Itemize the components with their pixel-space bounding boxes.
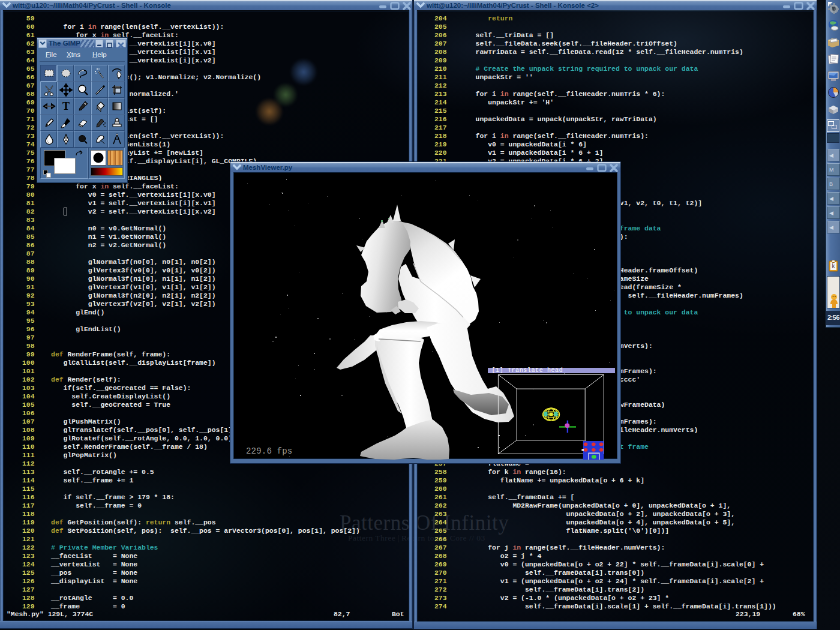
svg-text:T: T: [62, 100, 70, 112]
